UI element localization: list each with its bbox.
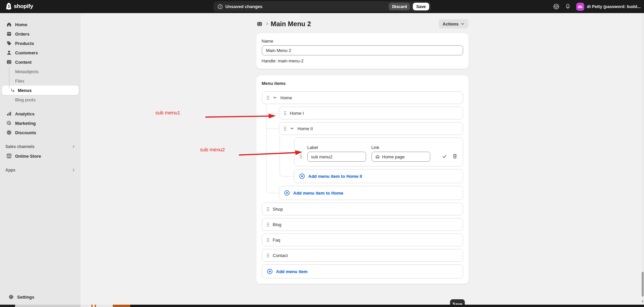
topbar: shopify Unsaved changes Discard Save <box>0 0 644 13</box>
drag-handle-icon[interactable] <box>267 253 269 258</box>
sidebar: Home Orders Products Customers Content M… <box>0 13 81 307</box>
bottom-strip-dark-left <box>0 305 15 307</box>
shopify-bag-icon <box>5 2 12 10</box>
menu-name-input[interactable] <box>262 45 463 55</box>
add-menu-item-to-home-button[interactable]: Add menu item to Home <box>279 186 463 200</box>
notifications-bell-icon[interactable] <box>565 3 571 10</box>
plus-circle-icon <box>284 190 290 196</box>
chevron-down-icon <box>461 22 464 26</box>
sidebar-item-settings[interactable]: Settings <box>4 292 77 302</box>
plus-circle-icon <box>299 173 305 179</box>
bottom-strip-orange-dot2 <box>95 305 96 307</box>
sidebar-item-marketing[interactable]: Marketing <box>2 118 79 128</box>
tree-connector-home2-children <box>280 135 294 176</box>
user-name: dt Petty (password: budd... <box>587 4 641 9</box>
name-card: Name Handle: main-menu-2 <box>256 33 468 69</box>
item-label-input[interactable] <box>307 152 366 162</box>
page-title: Main Menu 2 <box>271 20 311 28</box>
home-icon <box>6 21 12 28</box>
page-header: Main Menu 2 Actions <box>256 18 468 30</box>
item-link-field[interactable]: Home page <box>371 152 430 162</box>
scrollbar[interactable]: ▾ <box>641 13 644 307</box>
drag-handle-icon[interactable] <box>267 207 269 211</box>
sidebar-item-online-store[interactable]: Online Store <box>2 151 79 161</box>
shopify-wordmark: shopify <box>14 3 33 10</box>
discard-button[interactable]: Discard <box>389 3 410 10</box>
chevron-right-icon <box>72 168 75 172</box>
sidebar-item-blog-posts[interactable]: Blog posts <box>2 95 79 104</box>
avatar: db <box>576 3 584 11</box>
content-icon <box>6 59 12 65</box>
sidebar-item-customers[interactable]: Customers <box>2 48 79 57</box>
unsaved-changes-bar: Unsaved changes Discard Save <box>213 1 431 12</box>
analytics-icon <box>6 111 12 117</box>
subnav-connector-line <box>9 67 9 89</box>
drag-handle-icon[interactable] <box>300 154 302 159</box>
menu-item-editor: Label Link Home page <box>294 138 463 166</box>
bottom-strip-light2 <box>81 305 113 307</box>
menu-row-shop[interactable]: Shop <box>262 203 463 215</box>
breadcrumb-chevron-icon <box>265 22 269 26</box>
home-link-icon <box>375 154 380 159</box>
sidebar-item-products[interactable]: Products <box>2 39 79 48</box>
menu-row-blog[interactable]: Blog <box>262 218 463 231</box>
menu-row-home[interactable]: Home <box>262 91 463 104</box>
sidebar-item-discounts[interactable]: Discounts <box>2 128 79 137</box>
main-content: Main Menu 2 Actions Name Handle: main-me… <box>81 13 644 307</box>
tree-connector-home <box>266 104 279 193</box>
chevron-down-icon[interactable] <box>290 126 294 131</box>
sales-channels-header[interactable]: Sales channels <box>2 142 79 151</box>
sidebar-item-home[interactable]: Home <box>2 20 79 29</box>
handle-text: Handle: main-menu-2 <box>262 58 463 63</box>
menu-items-title: Menu items <box>262 81 463 86</box>
add-menu-item-button[interactable]: Add menu item <box>262 264 463 278</box>
tree-connector-home1 <box>266 113 279 113</box>
drag-handle-icon[interactable] <box>267 238 269 242</box>
delete-item-button[interactable] <box>452 154 457 159</box>
sidebar-item-files[interactable]: Files <box>2 76 79 86</box>
sidebar-item-content[interactable]: Content <box>2 57 79 67</box>
customers-icon <box>6 50 12 56</box>
content-breadcrumb-icon[interactable] <box>256 21 263 27</box>
drag-handle-icon[interactable] <box>284 111 286 115</box>
menu-row-home-2[interactable]: Home II <box>279 122 463 135</box>
menu-items-card: Menu items Home Home I Home II Label <box>256 75 468 284</box>
gear-icon <box>8 294 14 300</box>
products-tag-icon <box>6 40 12 46</box>
bottom-strip-light <box>15 305 81 307</box>
sidebar-item-metaobjects[interactable]: Metaobjects <box>2 67 79 76</box>
inbox-icon[interactable] <box>553 3 559 10</box>
save-button-top[interactable]: Save <box>413 3 429 10</box>
add-menu-item-to-home2-button[interactable]: Add menu item to Home II <box>294 169 463 183</box>
link-caption: Link <box>371 145 430 150</box>
drag-handle-icon[interactable] <box>267 222 269 227</box>
chevron-down-icon[interactable] <box>273 96 277 100</box>
menu-row-contact[interactable]: Contact <box>262 249 463 262</box>
chevron-right-icon <box>72 145 75 148</box>
marketing-icon <box>6 120 12 126</box>
plus-circle-icon <box>267 268 273 274</box>
sidebar-item-analytics[interactable]: Analytics <box>2 109 79 118</box>
user-menu[interactable]: db dt Petty (password: budd... <box>576 3 641 11</box>
tree-connector-editor <box>280 152 294 152</box>
apps-header[interactable]: Apps <box>2 165 79 175</box>
unsaved-changes-label: Unsaved changes <box>226 4 263 9</box>
menu-row-home-1[interactable]: Home I <box>279 107 463 119</box>
bottom-strip-orange <box>113 305 130 307</box>
sidebar-item-orders[interactable]: Orders <box>2 29 79 39</box>
bottom-strip-dark <box>130 305 644 307</box>
menu-row-faq[interactable]: Faq <box>262 234 463 246</box>
drag-handle-icon[interactable] <box>267 96 269 100</box>
confirm-item-button[interactable] <box>442 154 447 159</box>
subnav-arrow-icon <box>11 88 15 93</box>
alert-circle-icon <box>217 4 223 9</box>
scrollbar-down-arrow[interactable]: ▾ <box>641 300 644 303</box>
name-field-label: Name <box>262 39 463 44</box>
label-caption: Label <box>307 145 366 150</box>
shopify-logo[interactable]: shopify <box>5 2 33 10</box>
sidebar-item-menus[interactable]: Menus <box>2 86 79 95</box>
actions-button[interactable]: Actions <box>439 19 468 29</box>
scrollbar-thumb[interactable] <box>642 272 644 297</box>
bottom-strip-orange-dot <box>91 305 93 307</box>
drag-handle-icon[interactable] <box>284 126 286 131</box>
